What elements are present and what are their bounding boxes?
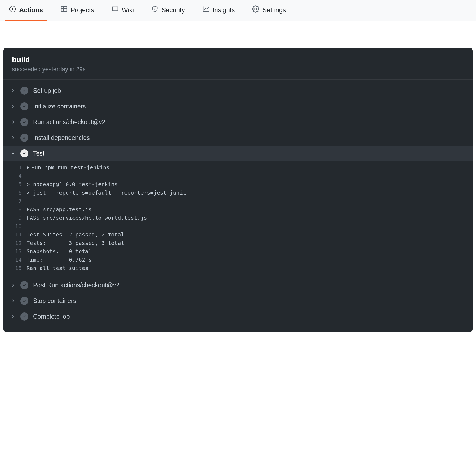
caret-right-icon [27,166,29,170]
tab-label: Insights [213,6,235,14]
book-open-icon [111,5,119,14]
log-line-text: PASS src/services/hello-world.test.js [27,214,147,222]
tab-actions[interactable]: Actions [5,0,47,21]
tab-projects[interactable]: Projects [57,0,98,21]
chevron-right-icon [10,104,16,109]
tab-label: Security [161,6,185,14]
step-install-dependencies[interactable]: Install dependencies [3,130,473,146]
check-circle-icon [20,312,28,321]
step-post-run-actions-checkout[interactable]: Post Run actions/checkout@v2 [3,277,473,293]
table-icon [60,5,68,14]
log-line: 9 PASS src/services/hello-world.test.js [3,214,473,222]
tab-settings[interactable]: Settings [249,0,289,21]
play-circle-icon [9,5,16,14]
log-line: 14 Time: 0.762 s [3,256,473,264]
log-line-number: 4 [10,172,27,180]
job-panel: build succeeded yesterday in 29s Set up … [3,48,473,332]
step-list: Set up job Initialize containers Run act… [3,80,473,332]
step-label: Install dependencies [33,134,90,142]
check-circle-icon [20,118,28,126]
step-label: Set up job [33,87,61,94]
check-circle-icon [20,134,28,142]
chevron-right-icon [10,88,16,93]
check-circle-icon [20,102,28,110]
log-line: 12 Tests: 3 passed, 3 total [3,239,473,247]
check-circle-icon [20,281,28,289]
log-line: 8 PASS src/app.test.js [3,205,473,214]
log-line-text[interactable]: Run npm run test-jenkins [27,163,110,172]
log-line: 13 Snapshots: 0 total [3,247,473,256]
log-line-number: 7 [10,197,27,205]
chevron-right-icon [10,282,16,288]
svg-point-5 [155,8,155,9]
check-circle-icon [20,149,28,157]
step-label: Stop containers [33,297,76,305]
step-complete-job[interactable]: Complete job [3,309,473,324]
log-line-number: 8 [10,205,27,214]
log-line-text: Ran all test suites. [27,264,92,272]
log-line: 15 Ran all test suites. [3,264,473,272]
job-title: build [12,55,464,64]
log-output: 1 Run npm run test-jenkins 4 5 > nodeapp… [3,161,473,277]
log-line-text: > nodeapp@1.0.0 test-jenkins [27,180,118,189]
step-label: Complete job [33,313,70,320]
log-line-number: 12 [10,239,27,247]
check-circle-icon [20,87,28,95]
job-header: build succeeded yesterday in 29s [3,48,473,80]
log-line-number: 13 [10,247,27,256]
tab-security[interactable]: Security [148,0,189,21]
log-line: 6 > jest --reporters=default --reporters… [3,189,473,197]
tab-label: Settings [262,6,286,14]
log-line: 4 [3,172,473,180]
gear-icon [252,5,259,14]
repo-nav: Actions Projects Wiki Security Insights … [0,0,476,21]
step-set-up-job[interactable]: Set up job [3,83,473,98]
tab-label: Projects [71,6,94,14]
log-line-number: 1 [10,163,27,172]
chevron-right-icon [10,135,16,140]
log-line-text: > jest --reporters=default --reporters=j… [27,189,186,197]
log-line-text: Snapshots: 0 total [27,247,92,256]
step-label: Test [33,150,44,157]
log-line-text: Tests: 3 passed, 3 total [27,239,124,247]
step-initialize-containers[interactable]: Initialize containers [3,98,473,114]
svg-point-7 [255,8,257,10]
log-line: 7 [3,197,473,205]
svg-marker-1 [12,8,14,10]
log-line-number: 10 [10,222,27,231]
check-circle-icon [20,297,28,305]
log-line: 5 > nodeapp@1.0.0 test-jenkins [3,180,473,189]
log-line-number: 5 [10,180,27,189]
step-label: Run actions/checkout@v2 [33,119,105,126]
log-line-number: 6 [10,189,27,197]
log-line-text: Time: 0.762 s [27,256,92,264]
log-line-number: 11 [10,231,27,239]
svg-rect-2 [61,7,67,12]
log-line: 10 [3,222,473,231]
chevron-down-icon [10,151,16,156]
step-run-actions-checkout[interactable]: Run actions/checkout@v2 [3,114,473,130]
tab-label: Wiki [122,6,134,14]
chevron-right-icon [10,298,16,304]
tab-insights[interactable]: Insights [199,0,239,21]
log-line-number: 14 [10,256,27,264]
step-label: Initialize containers [33,103,86,110]
tab-wiki[interactable]: Wiki [108,0,137,21]
log-line-text: PASS src/app.test.js [27,205,92,214]
step-test[interactable]: Test [3,146,473,161]
step-stop-containers[interactable]: Stop containers [3,293,473,309]
log-line: 11 Test Suites: 2 passed, 2 total [3,231,473,239]
tab-label: Actions [19,6,43,14]
log-line: 1 Run npm run test-jenkins [3,163,473,172]
shield-icon [151,5,158,14]
chevron-right-icon [10,119,16,125]
step-label: Post Run actions/checkout@v2 [33,282,120,289]
job-subtitle: succeeded yesterday in 29s [12,66,464,73]
log-line-number: 15 [10,264,27,272]
log-line-number: 9 [10,214,27,222]
graph-icon [202,5,210,14]
chevron-right-icon [10,314,16,319]
log-line-text: Test Suites: 2 passed, 2 total [27,231,124,239]
